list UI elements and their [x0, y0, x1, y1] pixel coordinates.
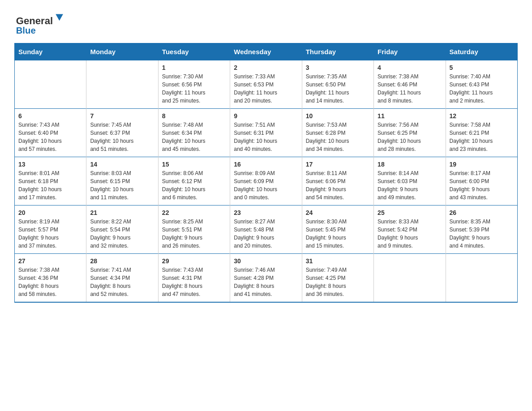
day-info: Sunrise: 7:58 AMSunset: 6:21 PMDaylight:…	[450, 121, 514, 153]
day-number: 6	[18, 112, 82, 120]
calendar-cell: 25Sunrise: 8:33 AMSunset: 5:42 PMDayligh…	[374, 206, 446, 254]
day-info: Sunrise: 7:30 AMSunset: 6:56 PMDaylight:…	[162, 73, 226, 105]
week-row-2: 6Sunrise: 7:43 AMSunset: 6:40 PMDaylight…	[15, 109, 518, 157]
logo: General Blue	[14, 11, 68, 38]
calendar-cell: 10Sunrise: 7:53 AMSunset: 6:28 PMDayligh…	[302, 109, 373, 157]
day-info: Sunrise: 8:35 AMSunset: 5:39 PMDaylight:…	[450, 218, 514, 250]
day-info: Sunrise: 7:45 AMSunset: 6:37 PMDaylight:…	[90, 121, 154, 153]
week-row-5: 27Sunrise: 7:38 AMSunset: 4:36 PMDayligh…	[15, 254, 518, 303]
calendar-cell: 12Sunrise: 7:58 AMSunset: 6:21 PMDayligh…	[446, 109, 517, 157]
day-number: 16	[234, 161, 298, 168]
day-info: Sunrise: 7:51 AMSunset: 6:31 PMDaylight:…	[234, 121, 298, 153]
weekday-tuesday: Tuesday	[158, 43, 230, 60]
calendar-cell: 27Sunrise: 7:38 AMSunset: 4:36 PMDayligh…	[15, 254, 86, 303]
day-number: 14	[90, 161, 154, 168]
day-number: 26	[450, 209, 514, 216]
weekday-header-row: SundayMondayTuesdayWednesdayThursdayFrid…	[15, 43, 518, 60]
day-info: Sunrise: 8:01 AMSunset: 6:18 PMDaylight:…	[18, 169, 82, 201]
day-number: 3	[306, 64, 370, 71]
calendar-cell	[446, 254, 517, 303]
day-info: Sunrise: 7:35 AMSunset: 6:50 PMDaylight:…	[306, 73, 370, 105]
day-number: 8	[162, 112, 226, 120]
weekday-sunday: Sunday	[15, 43, 86, 60]
day-number: 12	[450, 112, 514, 120]
week-row-1: 1Sunrise: 7:30 AMSunset: 6:56 PMDaylight…	[15, 60, 518, 109]
day-info: Sunrise: 8:22 AMSunset: 5:54 PMDaylight:…	[90, 218, 154, 250]
day-info: Sunrise: 8:09 AMSunset: 6:09 PMDaylight:…	[234, 169, 298, 201]
calendar-cell	[374, 254, 446, 303]
day-info: Sunrise: 7:38 AMSunset: 4:36 PMDaylight:…	[18, 266, 82, 298]
day-number: 21	[90, 209, 154, 216]
day-info: Sunrise: 7:56 AMSunset: 6:25 PMDaylight:…	[378, 121, 442, 153]
day-info: Sunrise: 7:48 AMSunset: 6:34 PMDaylight:…	[162, 121, 226, 153]
calendar-cell: 19Sunrise: 8:17 AMSunset: 6:00 PMDayligh…	[446, 157, 517, 206]
weekday-thursday: Thursday	[302, 43, 373, 60]
day-info: Sunrise: 7:53 AMSunset: 6:28 PMDaylight:…	[306, 121, 370, 153]
calendar-table: SundayMondayTuesdayWednesdayThursdayFrid…	[14, 43, 518, 303]
day-number: 31	[306, 257, 370, 265]
weekday-monday: Monday	[86, 43, 158, 60]
day-info: Sunrise: 8:03 AMSunset: 6:15 PMDaylight:…	[90, 169, 154, 201]
day-number: 30	[234, 257, 298, 265]
day-info: Sunrise: 7:49 AMSunset: 4:25 PMDaylight:…	[306, 266, 370, 298]
day-info: Sunrise: 8:19 AMSunset: 5:57 PMDaylight:…	[18, 218, 82, 250]
day-number: 23	[234, 209, 298, 216]
day-number: 11	[378, 112, 442, 120]
day-info: Sunrise: 7:33 AMSunset: 6:53 PMDaylight:…	[234, 73, 298, 105]
day-number: 10	[306, 112, 370, 120]
calendar-cell: 16Sunrise: 8:09 AMSunset: 6:09 PMDayligh…	[230, 157, 302, 206]
day-number: 13	[18, 161, 82, 168]
calendar-cell: 24Sunrise: 8:30 AMSunset: 5:45 PMDayligh…	[302, 206, 373, 254]
day-number: 7	[90, 112, 154, 120]
day-info: Sunrise: 7:43 AMSunset: 6:40 PMDaylight:…	[18, 121, 82, 153]
calendar-cell: 22Sunrise: 8:25 AMSunset: 5:51 PMDayligh…	[158, 206, 230, 254]
day-number: 5	[450, 64, 514, 71]
weekday-friday: Friday	[374, 43, 446, 60]
calendar-body: 1Sunrise: 7:30 AMSunset: 6:56 PMDaylight…	[15, 60, 518, 303]
calendar-cell: 2Sunrise: 7:33 AMSunset: 6:53 PMDaylight…	[230, 60, 302, 109]
day-number: 17	[306, 161, 370, 168]
day-info: Sunrise: 8:06 AMSunset: 6:12 PMDaylight:…	[162, 169, 226, 201]
calendar-cell: 26Sunrise: 8:35 AMSunset: 5:39 PMDayligh…	[446, 206, 517, 254]
calendar-cell: 5Sunrise: 7:40 AMSunset: 6:43 PMDaylight…	[446, 60, 517, 109]
day-info: Sunrise: 7:40 AMSunset: 6:43 PMDaylight:…	[450, 73, 514, 105]
day-number: 28	[90, 257, 154, 265]
svg-marker-1	[56, 14, 63, 21]
day-number: 19	[450, 161, 514, 168]
calendar-cell: 28Sunrise: 7:41 AMSunset: 4:34 PMDayligh…	[86, 254, 158, 303]
day-info: Sunrise: 8:25 AMSunset: 5:51 PMDaylight:…	[162, 218, 226, 250]
calendar-cell: 14Sunrise: 8:03 AMSunset: 6:15 PMDayligh…	[86, 157, 158, 206]
day-number: 29	[162, 257, 226, 265]
day-number: 18	[378, 161, 442, 168]
day-info: Sunrise: 8:14 AMSunset: 6:03 PMDaylight:…	[378, 169, 442, 201]
day-number: 15	[162, 161, 226, 168]
calendar-cell: 30Sunrise: 7:46 AMSunset: 4:28 PMDayligh…	[230, 254, 302, 303]
day-info: Sunrise: 7:43 AMSunset: 4:31 PMDaylight:…	[162, 266, 226, 298]
logo-image: General Blue	[14, 11, 68, 38]
page-header: General Blue	[14, 11, 518, 38]
day-info: Sunrise: 7:38 AMSunset: 6:46 PMDaylight:…	[378, 73, 442, 105]
weekday-saturday: Saturday	[446, 43, 517, 60]
day-info: Sunrise: 8:17 AMSunset: 6:00 PMDaylight:…	[450, 169, 514, 201]
calendar-cell: 4Sunrise: 7:38 AMSunset: 6:46 PMDaylight…	[374, 60, 446, 109]
day-info: Sunrise: 8:30 AMSunset: 5:45 PMDaylight:…	[306, 218, 370, 250]
day-info: Sunrise: 8:33 AMSunset: 5:42 PMDaylight:…	[378, 218, 442, 250]
calendar-cell: 11Sunrise: 7:56 AMSunset: 6:25 PMDayligh…	[374, 109, 446, 157]
calendar-cell: 7Sunrise: 7:45 AMSunset: 6:37 PMDaylight…	[86, 109, 158, 157]
day-info: Sunrise: 7:46 AMSunset: 4:28 PMDaylight:…	[234, 266, 298, 298]
calendar-cell: 21Sunrise: 8:22 AMSunset: 5:54 PMDayligh…	[86, 206, 158, 254]
calendar-cell: 29Sunrise: 7:43 AMSunset: 4:31 PMDayligh…	[158, 254, 230, 303]
day-number: 2	[234, 64, 298, 71]
day-info: Sunrise: 8:27 AMSunset: 5:48 PMDaylight:…	[234, 218, 298, 250]
calendar-cell: 23Sunrise: 8:27 AMSunset: 5:48 PMDayligh…	[230, 206, 302, 254]
calendar-cell: 31Sunrise: 7:49 AMSunset: 4:25 PMDayligh…	[302, 254, 373, 303]
calendar-cell: 6Sunrise: 7:43 AMSunset: 6:40 PMDaylight…	[15, 109, 86, 157]
calendar-cell: 20Sunrise: 8:19 AMSunset: 5:57 PMDayligh…	[15, 206, 86, 254]
calendar-cell	[15, 60, 86, 109]
calendar-cell: 13Sunrise: 8:01 AMSunset: 6:18 PMDayligh…	[15, 157, 86, 206]
calendar-cell: 1Sunrise: 7:30 AMSunset: 6:56 PMDaylight…	[158, 60, 230, 109]
calendar-cell: 17Sunrise: 8:11 AMSunset: 6:06 PMDayligh…	[302, 157, 373, 206]
svg-text:Blue: Blue	[16, 26, 36, 35]
day-number: 24	[306, 209, 370, 216]
day-number: 9	[234, 112, 298, 120]
